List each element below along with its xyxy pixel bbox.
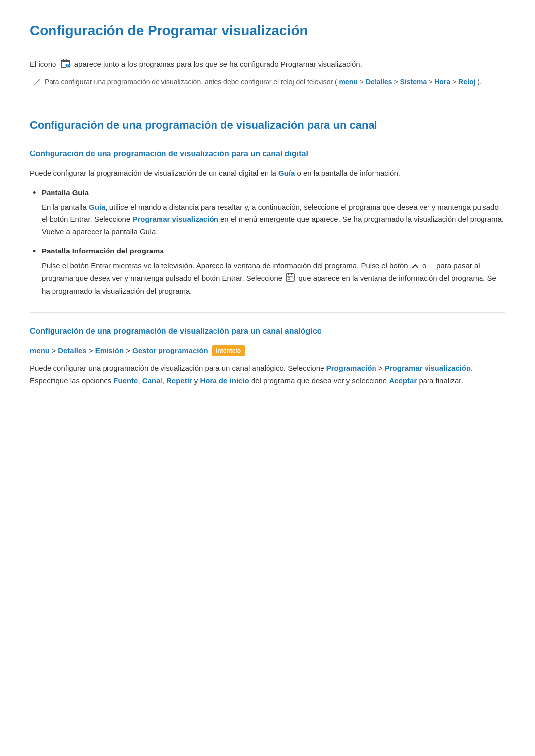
digital-intro-text: Puede configurar la programación de visu… bbox=[30, 167, 505, 180]
nav-sistema-link[interactable]: Sistema bbox=[400, 78, 427, 86]
analog-sep1: > bbox=[52, 346, 58, 354]
guia-link[interactable]: Guía bbox=[278, 169, 295, 177]
fuente-link[interactable]: Fuente bbox=[113, 376, 138, 385]
repetir-link[interactable]: Repetir bbox=[166, 376, 192, 385]
note-text-end: ). bbox=[477, 78, 482, 86]
digital-intro-after: o en la pantalla de información. bbox=[297, 169, 400, 177]
nav-hora-link[interactable]: Hora bbox=[434, 78, 450, 86]
svg-rect-3 bbox=[66, 59, 67, 61]
subsection-analog-title: Configuración de una programación de vis… bbox=[30, 325, 505, 338]
bullet1-text: En la pantalla Guía, utilice el mando a … bbox=[42, 202, 505, 238]
digital-intro-before: Puede configurar la programación de visu… bbox=[30, 169, 278, 177]
subsection-digital: Configuración de una programación de vis… bbox=[30, 148, 505, 298]
note-text-before: Para configurar una programación de visu… bbox=[45, 78, 337, 86]
analog-menu-link[interactable]: menu bbox=[30, 346, 50, 354]
nav-detalles-link[interactable]: Detalles bbox=[366, 78, 392, 86]
svg-rect-6 bbox=[288, 273, 289, 275]
hora-inicio-link[interactable]: Hora de inicio bbox=[200, 376, 249, 385]
programar-visualizacion-link-2[interactable]: Programar visualización bbox=[385, 364, 471, 372]
analog-emision-link[interactable]: Emisión bbox=[95, 346, 124, 354]
canal-link[interactable]: Canal bbox=[142, 376, 162, 385]
bullet1-label: Pantalla Guía bbox=[42, 187, 505, 199]
divider2 bbox=[30, 312, 505, 313]
programar-icon bbox=[60, 58, 71, 72]
analog-detalles-link[interactable]: Detalles bbox=[58, 346, 87, 354]
subsection-analog: Configuración de una programación de vis… bbox=[30, 325, 505, 387]
nav-sep2: > bbox=[394, 78, 400, 86]
section1-title: Configuración de una programación de vis… bbox=[30, 116, 505, 134]
analog-nav-path: menu > Detalles > Emisión > Gestor progr… bbox=[30, 345, 505, 357]
intentelo-badge: Inténtelo bbox=[212, 345, 245, 356]
guia-link-2[interactable]: Guía bbox=[89, 203, 105, 211]
svg-rect-2 bbox=[63, 59, 64, 61]
nav-sep3: > bbox=[428, 78, 434, 86]
main-section: Configuración de una programación de vis… bbox=[30, 116, 505, 387]
intro-text-before: El icono bbox=[30, 60, 58, 68]
divider bbox=[30, 104, 505, 104]
nav-sep1: > bbox=[360, 78, 366, 86]
page-title: Configuración de Programar visualización bbox=[30, 20, 505, 46]
svg-rect-7 bbox=[291, 273, 292, 275]
nav-menu-link[interactable]: menu bbox=[339, 78, 358, 86]
intro-text-after: aparece junto a los programas para los q… bbox=[74, 60, 362, 68]
intro-block: El icono aparece junto a los programas p… bbox=[30, 58, 505, 88]
subsection-digital-title: Configuración de una programación de vis… bbox=[30, 148, 505, 160]
nav-sep4: > bbox=[452, 78, 458, 86]
pencil-icon bbox=[34, 77, 41, 88]
intro-line: El icono aparece junto a los programas p… bbox=[30, 58, 505, 72]
bullet2-text: Pulse el botón Entrar mientras ve la tel… bbox=[42, 260, 505, 298]
bullet-item-pantalla-info: Pantalla Información del programa Pulse … bbox=[30, 245, 505, 298]
analog-sep3: > bbox=[126, 346, 132, 354]
schedule-icon bbox=[286, 273, 295, 286]
nav-reloj-link[interactable]: Reloj bbox=[458, 78, 475, 86]
bullet-item-pantalla-guia: Pantalla Guía En la pantalla Guía, utili… bbox=[30, 187, 505, 238]
analog-body-text: Puede configurar una programación de vis… bbox=[30, 362, 505, 387]
aceptar-link[interactable]: Aceptar bbox=[389, 376, 417, 385]
digital-bullets: Pantalla Guía En la pantalla Guía, utili… bbox=[30, 187, 505, 298]
bullet2-label: Pantalla Información del programa bbox=[42, 245, 505, 257]
note-block: Para configurar una programación de visu… bbox=[34, 76, 505, 88]
analog-sep2: > bbox=[89, 346, 95, 354]
programacion-link[interactable]: Programación bbox=[326, 364, 376, 372]
analog-gestor-link[interactable]: Gestor programación bbox=[132, 346, 208, 354]
chevron-up-icon bbox=[412, 260, 419, 273]
programar-visualizacion-link-1[interactable]: Programar visualización bbox=[132, 215, 218, 223]
note-text: Para configurar una programación de visu… bbox=[45, 76, 482, 87]
